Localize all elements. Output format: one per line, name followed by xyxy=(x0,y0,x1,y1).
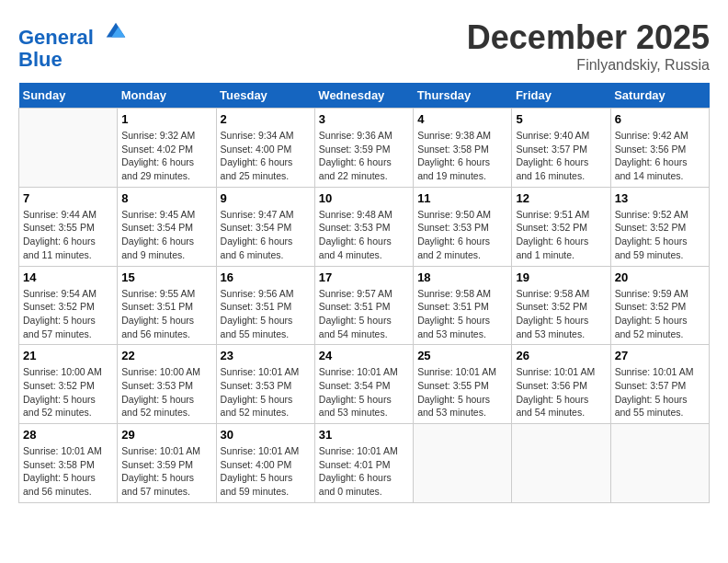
logo-icon xyxy=(103,18,129,44)
day-number: 8 xyxy=(121,191,211,205)
day-cell xyxy=(19,109,118,188)
day-cell: 5Sunrise: 9:40 AMSunset: 3:57 PMDaylight… xyxy=(512,109,610,188)
day-info: Sunrise: 9:51 AMSunset: 3:52 PMDaylight:… xyxy=(516,208,606,262)
day-cell: 24Sunrise: 10:01 AMSunset: 3:54 PMDaylig… xyxy=(314,345,413,424)
day-number: 20 xyxy=(615,270,705,284)
weekday-saturday: Saturday xyxy=(610,83,709,109)
logo: General Blue xyxy=(18,18,129,71)
day-number: 21 xyxy=(23,349,113,362)
day-number: 10 xyxy=(319,191,409,205)
day-info: Sunrise: 10:01 AMSunset: 3:59 PMDaylight… xyxy=(121,444,211,499)
day-cell: 26Sunrise: 10:01 AMSunset: 3:56 PMDaylig… xyxy=(512,345,610,424)
day-cell: 21Sunrise: 10:00 AMSunset: 3:52 PMDaylig… xyxy=(19,345,118,424)
day-info: Sunrise: 10:00 AMSunset: 3:53 PMDaylight… xyxy=(121,365,211,419)
day-info: Sunrise: 10:01 AMSunset: 3:56 PMDaylight… xyxy=(516,365,606,419)
week-row-4: 28Sunrise: 10:01 AMSunset: 3:58 PMDaylig… xyxy=(19,424,710,503)
day-cell: 20Sunrise: 9:59 AMSunset: 3:52 PMDayligh… xyxy=(610,266,709,345)
day-info: Sunrise: 9:54 AMSunset: 3:52 PMDaylight:… xyxy=(23,287,113,341)
logo-text: General xyxy=(18,18,129,49)
day-info: Sunrise: 10:01 AMSunset: 3:53 PMDaylight… xyxy=(221,365,311,419)
calendar-table: SundayMondayTuesdayWednesdayThursdayFrid… xyxy=(18,83,710,503)
day-info: Sunrise: 9:36 AMSunset: 3:59 PMDaylight:… xyxy=(319,129,409,183)
month-title: December 2025 xyxy=(467,18,710,57)
day-cell: 13Sunrise: 9:52 AMSunset: 3:52 PMDayligh… xyxy=(610,187,709,266)
day-cell: 17Sunrise: 9:57 AMSunset: 3:51 PMDayligh… xyxy=(314,266,413,345)
day-number: 9 xyxy=(221,191,311,205)
day-cell: 15Sunrise: 9:55 AMSunset: 3:51 PMDayligh… xyxy=(118,266,216,345)
weekday-tuesday: Tuesday xyxy=(216,83,314,109)
week-row-2: 14Sunrise: 9:54 AMSunset: 3:52 PMDayligh… xyxy=(19,266,710,345)
day-info: Sunrise: 9:50 AMSunset: 3:53 PMDaylight:… xyxy=(417,208,507,262)
title-block: December 2025 Finlyandskiy, Russia xyxy=(467,18,710,74)
week-row-1: 7Sunrise: 9:44 AMSunset: 3:55 PMDaylight… xyxy=(19,187,710,266)
day-info: Sunrise: 10:01 AMSunset: 3:57 PMDaylight… xyxy=(615,365,705,419)
day-number: 26 xyxy=(516,349,606,362)
day-cell: 22Sunrise: 10:00 AMSunset: 3:53 PMDaylig… xyxy=(118,345,216,424)
day-info: Sunrise: 9:32 AMSunset: 4:02 PMDaylight:… xyxy=(121,129,211,183)
day-number: 23 xyxy=(221,349,311,362)
day-cell xyxy=(610,424,709,503)
logo-general: General xyxy=(18,26,94,49)
day-info: Sunrise: 10:01 AMSunset: 4:00 PMDaylight… xyxy=(221,444,311,499)
week-row-3: 21Sunrise: 10:00 AMSunset: 3:52 PMDaylig… xyxy=(19,345,710,424)
day-number: 11 xyxy=(417,191,507,205)
day-cell: 12Sunrise: 9:51 AMSunset: 3:52 PMDayligh… xyxy=(512,187,610,266)
day-info: Sunrise: 10:01 AMSunset: 3:54 PMDaylight… xyxy=(319,365,409,419)
day-cell: 27Sunrise: 10:01 AMSunset: 3:57 PMDaylig… xyxy=(610,345,709,424)
day-info: Sunrise: 9:38 AMSunset: 3:58 PMDaylight:… xyxy=(417,129,507,183)
day-number: 13 xyxy=(615,191,705,205)
day-cell: 11Sunrise: 9:50 AMSunset: 3:53 PMDayligh… xyxy=(414,187,512,266)
day-number: 14 xyxy=(23,270,113,284)
location: Finlyandskiy, Russia xyxy=(467,57,710,74)
day-cell: 2Sunrise: 9:34 AMSunset: 4:00 PMDaylight… xyxy=(216,109,314,188)
day-number: 24 xyxy=(319,349,409,362)
day-info: Sunrise: 9:58 AMSunset: 3:52 PMDaylight:… xyxy=(516,287,606,341)
day-number: 29 xyxy=(121,428,211,442)
week-row-0: 1Sunrise: 9:32 AMSunset: 4:02 PMDaylight… xyxy=(19,109,710,188)
day-number: 4 xyxy=(417,112,507,126)
day-cell: 28Sunrise: 10:01 AMSunset: 3:58 PMDaylig… xyxy=(19,424,118,503)
day-cell: 16Sunrise: 9:56 AMSunset: 3:51 PMDayligh… xyxy=(216,266,314,345)
day-number: 6 xyxy=(615,112,705,126)
day-info: Sunrise: 10:00 AMSunset: 3:52 PMDaylight… xyxy=(23,365,113,419)
weekday-monday: Monday xyxy=(118,83,216,109)
day-cell xyxy=(414,424,512,503)
weekday-sunday: Sunday xyxy=(19,83,118,109)
day-number: 1 xyxy=(121,112,211,126)
day-cell: 6Sunrise: 9:42 AMSunset: 3:56 PMDaylight… xyxy=(610,109,709,188)
day-number: 22 xyxy=(121,349,211,362)
day-cell: 30Sunrise: 10:01 AMSunset: 4:00 PMDaylig… xyxy=(216,424,314,503)
day-info: Sunrise: 9:52 AMSunset: 3:52 PMDaylight:… xyxy=(615,208,705,262)
day-number: 16 xyxy=(221,270,311,284)
day-info: Sunrise: 9:44 AMSunset: 3:55 PMDaylight:… xyxy=(23,208,113,262)
day-number: 15 xyxy=(121,270,211,284)
weekday-wednesday: Wednesday xyxy=(314,83,413,109)
logo-blue: Blue xyxy=(18,49,129,71)
day-info: Sunrise: 9:59 AMSunset: 3:52 PMDaylight:… xyxy=(615,287,705,341)
day-info: Sunrise: 10:01 AMSunset: 3:55 PMDaylight… xyxy=(417,365,507,419)
page-header: General Blue December 2025 Finlyandskiy,… xyxy=(18,18,710,74)
day-number: 25 xyxy=(417,349,507,362)
day-cell xyxy=(512,424,610,503)
weekday-header-row: SundayMondayTuesdayWednesdayThursdayFrid… xyxy=(19,83,710,109)
day-info: Sunrise: 9:42 AMSunset: 3:56 PMDaylight:… xyxy=(615,129,705,183)
day-info: Sunrise: 9:55 AMSunset: 3:51 PMDaylight:… xyxy=(121,287,211,341)
day-number: 12 xyxy=(516,191,606,205)
day-info: Sunrise: 9:56 AMSunset: 3:51 PMDaylight:… xyxy=(221,287,311,341)
day-number: 17 xyxy=(319,270,409,284)
day-info: Sunrise: 9:48 AMSunset: 3:53 PMDaylight:… xyxy=(319,208,409,262)
day-info: Sunrise: 9:40 AMSunset: 3:57 PMDaylight:… xyxy=(516,129,606,183)
day-cell: 4Sunrise: 9:38 AMSunset: 3:58 PMDaylight… xyxy=(414,109,512,188)
day-cell: 23Sunrise: 10:01 AMSunset: 3:53 PMDaylig… xyxy=(216,345,314,424)
day-cell: 1Sunrise: 9:32 AMSunset: 4:02 PMDaylight… xyxy=(118,109,216,188)
day-info: Sunrise: 9:34 AMSunset: 4:00 PMDaylight:… xyxy=(221,129,311,183)
day-cell: 14Sunrise: 9:54 AMSunset: 3:52 PMDayligh… xyxy=(19,266,118,345)
day-number: 7 xyxy=(23,191,113,205)
day-number: 31 xyxy=(319,428,409,442)
day-info: Sunrise: 9:58 AMSunset: 3:51 PMDaylight:… xyxy=(417,287,507,341)
day-cell: 19Sunrise: 9:58 AMSunset: 3:52 PMDayligh… xyxy=(512,266,610,345)
day-cell: 7Sunrise: 9:44 AMSunset: 3:55 PMDaylight… xyxy=(19,187,118,266)
day-number: 30 xyxy=(221,428,311,442)
day-cell: 25Sunrise: 10:01 AMSunset: 3:55 PMDaylig… xyxy=(414,345,512,424)
day-info: Sunrise: 10:01 AMSunset: 4:01 PMDaylight… xyxy=(319,444,409,499)
